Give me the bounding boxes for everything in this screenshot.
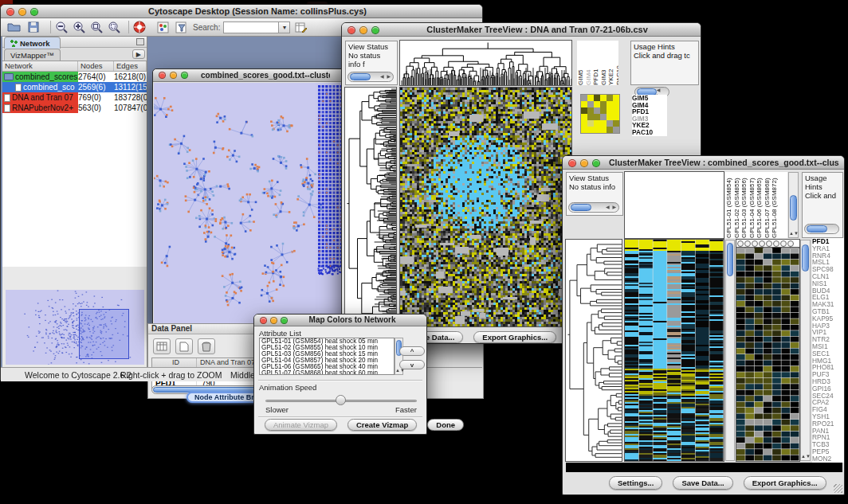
matrix-cell[interactable] (587, 114, 594, 120)
gene-list-scrollbar[interactable]: ▲▼ (800, 240, 811, 461)
matrix-cell[interactable] (581, 107, 587, 114)
scrollbar-arrows-icon[interactable]: ▲▼ (801, 454, 810, 459)
matrix-cell[interactable] (613, 114, 619, 120)
matrix-cell[interactable] (607, 120, 613, 127)
zoom-window-icon[interactable] (371, 26, 379, 34)
matrix-cell[interactable] (613, 101, 619, 107)
dialog-action-button[interactable]: Animate Vizmap (265, 419, 337, 431)
close-icon[interactable] (568, 159, 576, 167)
similarity-matrix[interactable] (581, 95, 619, 133)
network-view-titlebar[interactable]: combined_scores_good.txt--cluste... (153, 69, 346, 82)
network-table-column-header[interactable]: Network (2, 61, 78, 71)
detail-zoom-slider[interactable] (804, 224, 839, 234)
network-table-column-header[interactable]: Edges (114, 61, 147, 71)
matrix-cell[interactable] (600, 107, 607, 114)
row-dendrogram-canvas[interactable] (566, 240, 622, 461)
save-session-icon[interactable] (28, 20, 39, 34)
dialog-action-button[interactable]: Create Vizmap (347, 419, 417, 431)
minimize-icon[interactable] (359, 26, 367, 34)
matrix-cell[interactable] (613, 95, 619, 101)
network-table-column-header[interactable]: Nodes (78, 61, 114, 71)
gene-label[interactable]: PAC10 (632, 129, 667, 136)
slider-thumb[interactable] (571, 204, 591, 211)
matrix-cell[interactable] (600, 120, 607, 127)
treeview-dna-titlebar[interactable]: ClusterMaker TreeView : DNA and Tran 07-… (342, 23, 701, 37)
matrix-cell[interactable] (587, 107, 594, 114)
matrix-cell[interactable] (594, 107, 600, 114)
treeview-combined-titlebar[interactable]: ClusterMaker TreeView : combined_scores_… (563, 156, 844, 170)
matrix-cell[interactable] (607, 114, 613, 120)
open-session-icon[interactable] (7, 20, 22, 34)
network-table-row[interactable]: RNAPuberNov2+ 563(0) 107847(0) (2, 103, 147, 113)
help-lifesaver-icon[interactable] (133, 20, 146, 34)
slider-arrows-icon[interactable]: ◀ ▶ (380, 72, 393, 81)
matrix-cell[interactable] (594, 101, 600, 107)
dialog-titlebar[interactable]: Map Colors to Network (254, 315, 426, 326)
matrix-cell[interactable] (594, 95, 600, 101)
matrix-cell[interactable] (581, 120, 587, 127)
control-panel-tab[interactable]: VizMapper™ (4, 49, 61, 61)
close-icon[interactable] (260, 317, 267, 324)
delete-attribute-icon[interactable] (198, 338, 215, 354)
close-icon[interactable] (6, 8, 14, 16)
heatmap-scrollbar[interactable] (725, 240, 735, 461)
minimize-icon[interactable] (170, 72, 177, 79)
scrollbar-arrows-icon[interactable]: ▲▼ (789, 231, 798, 236)
treeview-action-button[interactable]: Save Data... (673, 476, 732, 490)
matrix-cell[interactable] (581, 101, 587, 107)
treeview-action-button[interactable]: Settings... (609, 476, 662, 490)
matrix-cell[interactable] (594, 127, 600, 133)
search-input[interactable] (223, 21, 279, 33)
slider-thumb[interactable] (350, 73, 371, 80)
dialog-action-button[interactable]: Done (427, 419, 464, 431)
matrix-cell[interactable] (581, 95, 587, 101)
matrix-cell[interactable] (607, 107, 613, 114)
scrollbar-thumb[interactable] (802, 244, 809, 272)
heatmap-canvas[interactable] (625, 240, 724, 461)
control-panel-tab[interactable]: Network (4, 37, 61, 49)
zoom-window-icon[interactable] (281, 317, 288, 324)
search-dropdown-icon[interactable]: ▾ (279, 21, 290, 33)
network-overview-thumbnail[interactable] (6, 290, 144, 365)
animation-speed-slider[interactable] (265, 395, 417, 405)
resize-grip[interactable] (834, 484, 842, 493)
matrix-cell[interactable] (587, 101, 594, 107)
zoom-window-icon[interactable] (592, 159, 600, 167)
float-panel-icon[interactable] (136, 38, 144, 45)
network-table-row[interactable]: combined_sco 2569(6) 13112(15) (2, 82, 147, 92)
global-zoom-slider[interactable]: ◀ ▶ (347, 72, 394, 82)
move-down-button[interactable]: v (399, 360, 425, 369)
matrix-cell[interactable] (613, 107, 619, 114)
matrix-cell[interactable] (581, 114, 587, 120)
row-dendrogram-canvas[interactable] (345, 88, 396, 326)
attribute-list-item[interactable]: GPL51-07 (GSM868) heat shock 60 min (260, 370, 394, 375)
matrix-cell[interactable] (613, 127, 619, 133)
column-dendrogram-area[interactable] (625, 172, 724, 238)
close-icon[interactable] (159, 72, 166, 79)
filter-icon[interactable] (175, 20, 188, 34)
slider-arrows-icon[interactable]: ◀ ▶ (606, 203, 618, 212)
matrix-cell[interactable] (587, 120, 594, 127)
matrix-cell[interactable] (607, 127, 613, 133)
attribute-table-icon[interactable] (153, 338, 171, 354)
main-titlebar[interactable]: Cytoscape Desktop (Session Name: collins… (1, 5, 482, 18)
heatmap-canvas[interactable] (400, 88, 571, 326)
move-up-button[interactable]: ^ (399, 346, 425, 356)
zoom-heatmap-canvas[interactable] (736, 248, 799, 461)
network-table-row[interactable]: combined_scores 2764(0) 16218(0) (2, 72, 147, 82)
attribute-browser-icon[interactable] (295, 20, 308, 34)
network-table-row[interactable]: DNA and Tran 07 769(0) 183728(0) (2, 92, 147, 103)
slider-thumb[interactable] (807, 225, 827, 232)
global-zoom-slider[interactable]: ◀ ▶ (568, 202, 619, 213)
column-dendrogram-canvas[interactable] (400, 41, 571, 85)
matrix-cell[interactable] (600, 114, 607, 120)
treeview-action-button[interactable]: Export Graphics... (473, 331, 556, 343)
scrollbar-thumb[interactable] (790, 195, 797, 221)
matrix-cell[interactable] (607, 101, 613, 107)
column-labels-scrollbar[interactable]: ▲▼ (788, 172, 799, 238)
matrix-cell[interactable] (600, 95, 607, 101)
gene-label[interactable]: MON2 (812, 455, 844, 463)
close-icon[interactable] (347, 26, 355, 34)
network-graph-canvas[interactable] (154, 83, 345, 326)
scrollbar-thumb[interactable] (727, 243, 733, 276)
